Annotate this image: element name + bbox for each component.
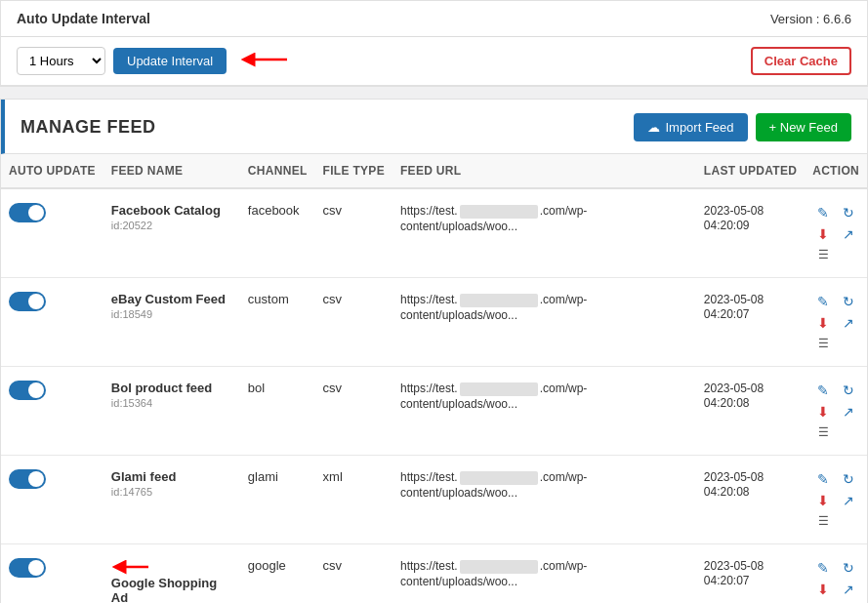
feed-id: id:14765 (111, 486, 232, 498)
export-icon[interactable]: ↗ (838, 313, 859, 333)
channel-cell: google (240, 544, 315, 604)
feed-url: https://test. .com/wp-content/uploads/wo… (400, 559, 587, 588)
new-feed-button[interactable]: + New Feed (756, 113, 851, 141)
last-updated: 2023-05-0804:20:08 (704, 470, 764, 499)
last-updated-cell: 2023-05-0804:20:08 (696, 367, 805, 456)
last-updated-cell: 2023-05-0804:20:09 (696, 188, 805, 278)
arrow-annotation (240, 50, 289, 72)
feed-name: Glami feed (111, 469, 232, 484)
manage-feed-header: MANAGE FEED ☁ Import Feed + New Feed (1, 100, 867, 154)
feed-name-cell: eBay Custom Feed id:18549 (103, 278, 240, 367)
toggle-track (9, 381, 46, 400)
auto-update-cell (1, 544, 103, 604)
interval-select[interactable]: 1 Hours 2 Hours 4 Hours 8 Hours 12 Hours… (17, 47, 105, 75)
interval-left: 1 Hours 2 Hours 4 Hours 8 Hours 12 Hours… (17, 47, 289, 75)
auto-update-cell (1, 367, 103, 456)
col-channel: CHANNEL (240, 154, 315, 188)
update-interval-button[interactable]: Update Interval (113, 48, 227, 74)
action-icons: ✎ ↻ ⬇ ↗ ☰ (812, 558, 859, 603)
copy-icon[interactable]: ☰ (812, 335, 834, 352)
action-cell: ✎ ↻ ⬇ ↗ ☰ (805, 278, 867, 367)
toggle-switch[interactable] (9, 469, 46, 489)
feed-tbody: Facebook Catalog id:20522facebookcsvhttp… (1, 188, 867, 603)
feed-name: Bol product feed (111, 381, 232, 395)
action-icons: ✎ ↻ ⬇ ↗ ☰ (812, 203, 859, 263)
refresh-icon[interactable]: ↻ (838, 469, 859, 489)
last-updated: 2023-05-0804:20:07 (704, 559, 764, 587)
copy-icon[interactable]: ☰ (812, 512, 834, 530)
edit-icon[interactable]: ✎ (812, 203, 834, 222)
feed-id: id:15364 (111, 397, 232, 409)
refresh-icon[interactable]: ↻ (838, 203, 859, 222)
url-blur (460, 294, 538, 307)
import-feed-button[interactable]: ☁ Import Feed (634, 113, 747, 141)
channel-cell: glami (240, 456, 315, 544)
last-updated-cell: 2023-05-0804:20:07 (696, 544, 805, 604)
toggle-track (9, 558, 46, 578)
feed-url-cell: https://test. .com/wp-content/uploads/wo… (393, 456, 696, 544)
edit-icon[interactable]: ✎ (812, 558, 834, 578)
col-file-type: FILE TYPE (315, 154, 393, 188)
download-icon[interactable]: ⬇ (812, 491, 834, 510)
file-type-cell: csv (315, 188, 393, 278)
table-header: AUTO UPDATE FEED NAME CHANNEL FILE TYPE … (1, 154, 867, 188)
col-action: ACTION (805, 154, 867, 188)
feed-url: https://test. .com/wp-content/uploads/wo… (400, 293, 587, 322)
export-icon[interactable]: ↗ (838, 402, 859, 422)
toggle-switch[interactable] (9, 203, 46, 222)
feed-name: eBay Custom Feed (111, 292, 232, 306)
export-icon[interactable]: ↗ (838, 580, 859, 599)
interval-row: 1 Hours 2 Hours 4 Hours 8 Hours 12 Hours… (1, 37, 867, 86)
refresh-icon[interactable]: ↻ (838, 292, 859, 311)
clear-cache-button[interactable]: Clear Cache (751, 47, 851, 75)
cloud-icon: ☁ (647, 120, 660, 135)
feed-name-cell: Bol product feed id:15364 (103, 367, 240, 456)
table-row: eBay Custom Feed id:18549customcsvhttps:… (1, 278, 867, 367)
feed-url: https://test. .com/wp-content/uploads/wo… (400, 204, 587, 233)
channel-cell: custom (240, 278, 315, 367)
last-updated-cell: 2023-05-0804:20:07 (696, 278, 805, 367)
download-icon[interactable]: ⬇ (812, 313, 834, 333)
feeds-table-wrapper: AUTO UPDATE FEED NAME CHANNEL FILE TYPE … (1, 154, 867, 603)
title-bar: Auto Update Interval Version : 6.6.6 (1, 1, 867, 37)
url-blur (460, 560, 538, 574)
edit-icon[interactable]: ✎ (812, 292, 834, 311)
feed-url-cell: https://test. .com/wp-content/uploads/wo… (393, 188, 696, 278)
export-icon[interactable]: ↗ (838, 491, 859, 510)
edit-icon[interactable]: ✎ (812, 469, 834, 489)
file-type-cell: csv (315, 278, 393, 367)
toggle-switch[interactable] (9, 558, 46, 578)
col-auto-update: AUTO UPDATE (1, 154, 103, 188)
toggle-track (9, 203, 46, 222)
copy-icon[interactable]: ☰ (812, 423, 834, 441)
url-blur (460, 205, 538, 219)
download-icon[interactable]: ⬇ (812, 580, 834, 599)
feed-url-cell: https://test. .com/wp-content/uploads/wo… (393, 278, 696, 367)
edit-icon[interactable]: ✎ (812, 381, 834, 400)
channel-cell: facebook (240, 188, 315, 278)
export-icon[interactable]: ↗ (838, 224, 859, 244)
auto-update-title: Auto Update Interval (17, 11, 150, 26)
table-row: Google Shopping Ad id:13488googlecsvhttp… (1, 544, 867, 604)
toggle-switch[interactable] (9, 292, 46, 311)
auto-update-cell (1, 278, 103, 367)
table-row: Bol product feed id:15364bolcsvhttps://t… (1, 367, 867, 456)
manage-section: MANAGE FEED ☁ Import Feed + New Feed AUT… (0, 99, 868, 603)
red-arrow-icon (240, 50, 289, 69)
refresh-icon[interactable]: ↻ (838, 381, 859, 400)
file-type-cell: csv (315, 367, 393, 456)
copy-icon[interactable]: ☰ (812, 246, 834, 263)
col-feed-url: FEED URL (393, 154, 696, 188)
header-buttons: ☁ Import Feed + New Feed (634, 113, 851, 141)
refresh-icon[interactable]: ↻ (838, 558, 859, 578)
download-icon[interactable]: ⬇ (812, 224, 834, 244)
url-blur (460, 471, 538, 485)
version-label: Version : 6.6.6 (770, 12, 851, 26)
toggle-switch[interactable] (9, 381, 46, 400)
last-updated: 2023-05-0804:20:07 (704, 293, 764, 321)
action-icons: ✎ ↻ ⬇ ↗ ☰ (812, 292, 859, 352)
file-type-cell: csv (315, 544, 393, 604)
download-icon[interactable]: ⬇ (812, 402, 834, 422)
last-updated-cell: 2023-05-0804:20:08 (696, 456, 805, 544)
auto-update-cell (1, 188, 103, 278)
